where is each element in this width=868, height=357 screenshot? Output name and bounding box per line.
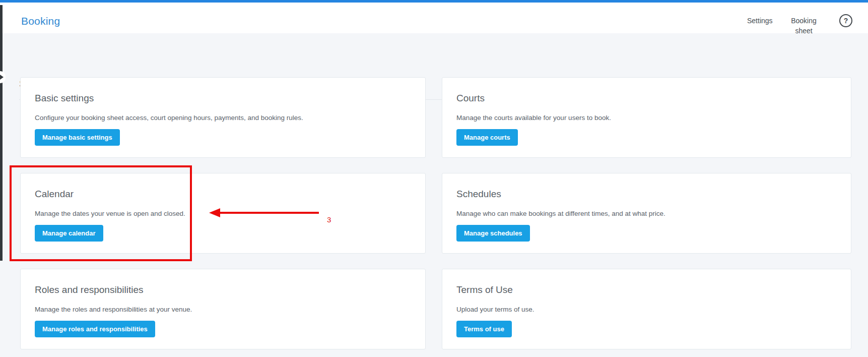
card-courts: Courts Manage the courts available for y… [442,77,851,158]
annotation-arrow [220,212,319,214]
card-title: Calendar [35,189,74,200]
terms-of-use-button[interactable]: Terms of use [456,321,512,337]
card-description: Manage the courts available for your use… [456,114,611,122]
card-description: Upload your terms of use. [456,306,535,313]
manage-calendar-button[interactable]: Manage calendar [35,225,103,242]
booking-settings-page: Booking Settings Booking sheet ? Setting… [0,0,868,357]
card-schedules: Schedules Manage who can make bookings a… [442,173,851,254]
card-description: Manage the dates your venue is open and … [35,210,185,217]
app-header: Booking Settings Booking sheet ? [0,3,868,34]
card-roles-responsibilities: Roles and responsibilities Manage the ro… [20,269,426,349]
app-title: Booking [21,15,60,28]
collapsed-sidebar-strip [0,5,3,261]
card-title: Basic settings [35,93,94,104]
annotation-step-label: 3 [327,215,331,224]
card-basic-settings: Basic settings Configure your booking sh… [20,77,426,158]
card-title: Terms of Use [456,284,513,295]
annotation-arrowhead-icon [209,208,220,217]
tab-settings[interactable]: Settings [747,16,770,36]
manage-roles-responsibilities-button[interactable]: Manage roles and responsibilities [35,321,155,337]
manage-courts-button[interactable]: Manage courts [456,129,518,146]
card-title: Schedules [456,189,501,200]
card-terms-of-use: Terms of Use Upload your terms of use. T… [442,269,851,349]
card-title: Roles and responsibilities [35,284,143,295]
card-title: Courts [456,93,485,104]
manage-basic-settings-button[interactable]: Manage basic settings [35,129,120,146]
tab-booking-sheet[interactable]: Booking sheet [783,16,824,36]
manage-schedules-button[interactable]: Manage schedules [456,225,530,242]
card-description: Manage the roles and responsibilities at… [35,306,192,313]
help-icon[interactable]: ? [839,14,852,27]
card-description: Configure your booking sheet access, cou… [35,114,303,122]
card-description: Manage who can make bookings at differen… [456,210,665,217]
